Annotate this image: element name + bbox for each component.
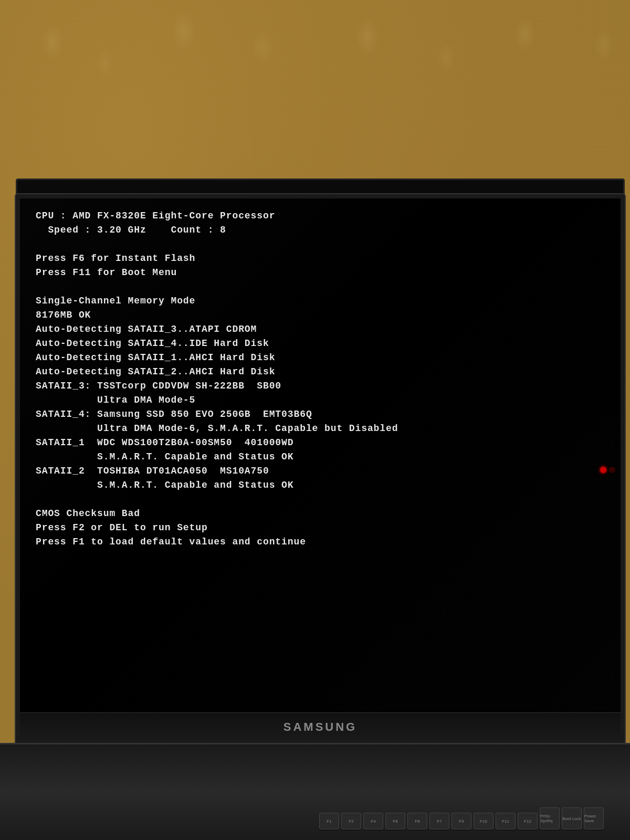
bios-line-1: Speed : 3.20 GHz Count : 8 (36, 223, 605, 237)
bios-line-23: Press F1 to load default values and cont… (36, 535, 605, 549)
bios-line-3: Press F6 for Instant Flash (36, 251, 605, 266)
bios-line-14: SATAII_4: Samsung SSD 850 EVO 250GB EMT0… (36, 407, 605, 422)
bios-line-2 (36, 237, 605, 251)
monitor-brand-bar: SAMSUNG (20, 712, 621, 741)
bios-line-13: Ultra DMA Mode-5 (36, 393, 605, 407)
monitor-screen: CPU : AMD FX-8320E Eight-Core Processor … (16, 194, 625, 746)
bios-line-8: Auto-Detecting SATAII_3..ATAPI CDROM (36, 322, 605, 337)
keyboard-key-F7[interactable]: F7 (429, 813, 449, 830)
bios-line-15: Ultra DMA Mode-6, S.M.A.R.T. Capable but… (36, 422, 605, 436)
keyboard-function-keys: F1F2F4F6F8F7F9F10F11F12PrtSc SysRqBoot L… (319, 807, 604, 830)
keyboard-key-PrtSc-SysRq[interactable]: PrtSc SysRq (540, 807, 560, 830)
bios-line-9: Auto-Detecting SATAII_4..IDE Hard Disk (36, 337, 605, 351)
bios-line-17: S.M.A.R.T. Capable and Status OK (36, 450, 605, 464)
bios-line-16: SATAII_1 WDC WDS100T2B0A-00SM50 401000WD (36, 436, 605, 450)
keyboard-key-F1[interactable]: F1 (319, 813, 339, 830)
bios-line-21: CMOS Checksum Bad (36, 507, 605, 521)
bios-line-0: CPU : AMD FX-8320E Eight-Core Processor (36, 209, 605, 223)
keyboard-key-Boot-Lock[interactable]: Boot Lock (562, 807, 582, 830)
bios-line-22: Press F2 or DEL to run Setup (36, 521, 605, 535)
bios-line-18: SATAII_2 TOSHIBA DT01ACA050 MS10A750 (36, 464, 605, 478)
indicator-light-2 (609, 467, 615, 473)
keyboard-key-F8[interactable]: F8 (407, 813, 427, 830)
bios-line-4: Press F11 for Boot Menu (36, 266, 605, 280)
indicator-lights (600, 467, 615, 473)
keyboard-key-F12[interactable]: F12 (518, 813, 538, 830)
keyboard-key-F10[interactable]: F10 (474, 813, 494, 830)
bios-line-7: 8176MB OK (36, 308, 605, 322)
keyboard-key-F6[interactable]: F6 (385, 813, 405, 830)
keyboard-key-F9[interactable]: F9 (452, 813, 471, 830)
bios-screen-content: CPU : AMD FX-8320E Eight-Core Processor … (20, 198, 621, 560)
indicator-light-1 (600, 467, 606, 473)
keyboard-area: F1F2F4F6F8F7F9F10F11F12PrtSc SysRqBoot L… (0, 743, 630, 840)
bios-line-12: SATAII_3: TSSTcorp CDDVDW SH-222BB SB00 (36, 379, 605, 393)
keyboard-key-F2[interactable]: F2 (341, 813, 361, 830)
samsung-logo: SAMSUNG (284, 720, 357, 734)
bios-line-10: Auto-Detecting SATAII_1..AHCI Hard Disk (36, 351, 605, 365)
keyboard-key-F11[interactable]: F11 (496, 813, 516, 830)
bios-line-20 (36, 492, 605, 507)
bios-line-5 (36, 280, 605, 294)
keyboard-key-F4[interactable]: F4 (363, 813, 383, 830)
keyboard-key-Power-Save[interactable]: Power Save (584, 807, 604, 830)
bios-line-19: S.M.A.R.T. Capable and Status OK (36, 478, 605, 492)
bios-line-11: Auto-Detecting SATAII_2..AHCI Hard Disk (36, 365, 605, 379)
bios-line-6: Single-Channel Memory Mode (36, 294, 605, 308)
